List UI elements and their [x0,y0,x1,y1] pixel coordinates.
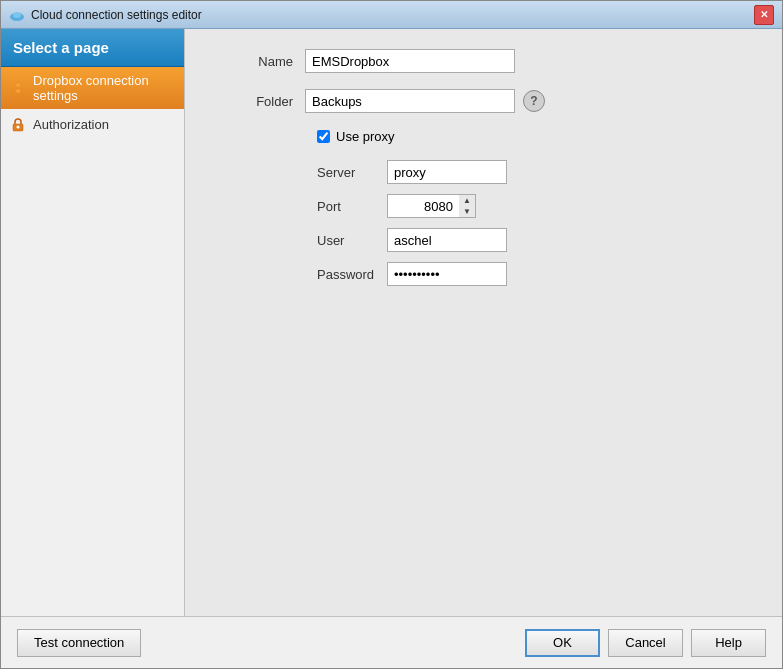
use-proxy-checkbox[interactable] [317,130,330,143]
authorization-label: Authorization [33,117,109,132]
sidebar-item-dropbox[interactable]: Dropbox connection settings [1,67,184,109]
folder-input[interactable] [305,89,515,113]
dialog-body: Select a page Dropbox connection setting… [1,29,782,616]
user-label: User [317,233,387,248]
footer-right: OK Cancel Help [525,629,766,657]
ok-button[interactable]: OK [525,629,600,657]
password-input[interactable] [387,262,507,286]
window-title: Cloud connection settings editor [31,8,754,22]
window-icon [9,7,25,23]
folder-help-button[interactable]: ? [523,90,545,112]
title-bar: Cloud connection settings editor ✕ [1,1,782,29]
port-wrapper: ▲ ▼ [387,194,476,218]
dropbox-settings-label: Dropbox connection settings [33,73,176,103]
name-row: Name [215,49,752,73]
sidebar-header: Select a page [1,29,184,67]
close-button[interactable]: ✕ [754,5,774,25]
main-window: Cloud connection settings editor ✕ Selec… [0,0,783,669]
auth-icon [9,115,27,133]
port-up-button[interactable]: ▲ [459,195,475,206]
port-label: Port [317,199,387,214]
footer: Test connection OK Cancel Help [1,616,782,668]
proxy-group: Server Port ▲ ▼ User [317,160,752,286]
svg-marker-5 [14,82,22,94]
sidebar: Select a page Dropbox connection setting… [1,29,185,616]
folder-label: Folder [215,94,305,109]
cancel-button[interactable]: Cancel [608,629,683,657]
server-label: Server [317,165,387,180]
name-input[interactable] [305,49,515,73]
server-row: Server [317,160,752,184]
user-input[interactable] [387,228,507,252]
footer-left: Test connection [17,629,525,657]
user-row: User [317,228,752,252]
folder-row: Folder ? [215,89,752,113]
port-down-button[interactable]: ▼ [459,206,475,217]
port-spinners: ▲ ▼ [459,194,476,218]
test-connection-button[interactable]: Test connection [17,629,141,657]
password-label: Password [317,267,387,282]
server-input[interactable] [387,160,507,184]
dropbox-icon [9,79,27,97]
use-proxy-label: Use proxy [336,129,395,144]
port-input[interactable] [387,194,459,218]
port-row: Port ▲ ▼ [317,194,752,218]
svg-point-3 [13,12,21,18]
main-content: Name Folder ? Use proxy Server [185,29,782,616]
sidebar-item-authorization[interactable]: Authorization [1,109,184,139]
password-row: Password [317,262,752,286]
help-button[interactable]: Help [691,629,766,657]
name-label: Name [215,54,305,69]
use-proxy-row: Use proxy [317,129,752,144]
svg-point-7 [17,126,20,129]
